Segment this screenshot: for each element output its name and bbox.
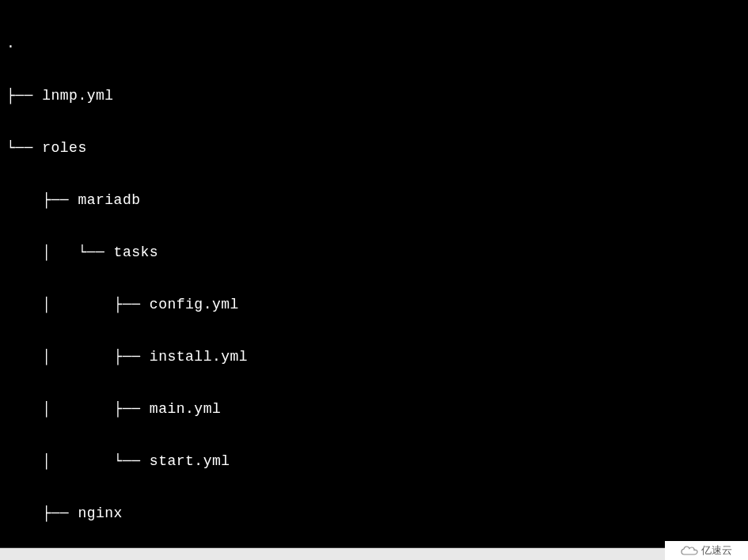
tree-file-mariadb-install: │ ├── install.yml bbox=[6, 348, 742, 365]
tree-file-mariadb-config: │ ├── config.yml bbox=[6, 296, 742, 313]
tree-dir-nginx: ├── nginx bbox=[6, 505, 742, 522]
tree-root: . bbox=[6, 35, 742, 52]
bottom-scrollbar-area bbox=[0, 547, 665, 560]
watermark-text: 亿速云 bbox=[701, 542, 732, 559]
tree-file-lnmp: ├── lnmp.yml bbox=[6, 87, 742, 104]
tree-dir-mariadb: ├── mariadb bbox=[6, 191, 742, 209]
tree-file-mariadb-start: │ └── start.yml bbox=[6, 452, 742, 470]
tree-dir-roles: └── roles bbox=[6, 139, 742, 157]
tree-dir-mariadb-tasks: │ └── tasks bbox=[6, 244, 742, 261]
terminal-tree-output: . ├── lnmp.yml └── roles ├── mariadb │ └… bbox=[0, 0, 748, 560]
tree-file-mariadb-main: │ ├── main.yml bbox=[6, 400, 742, 418]
watermark-badge: 亿速云 bbox=[665, 541, 748, 560]
cloud-icon bbox=[681, 545, 698, 556]
